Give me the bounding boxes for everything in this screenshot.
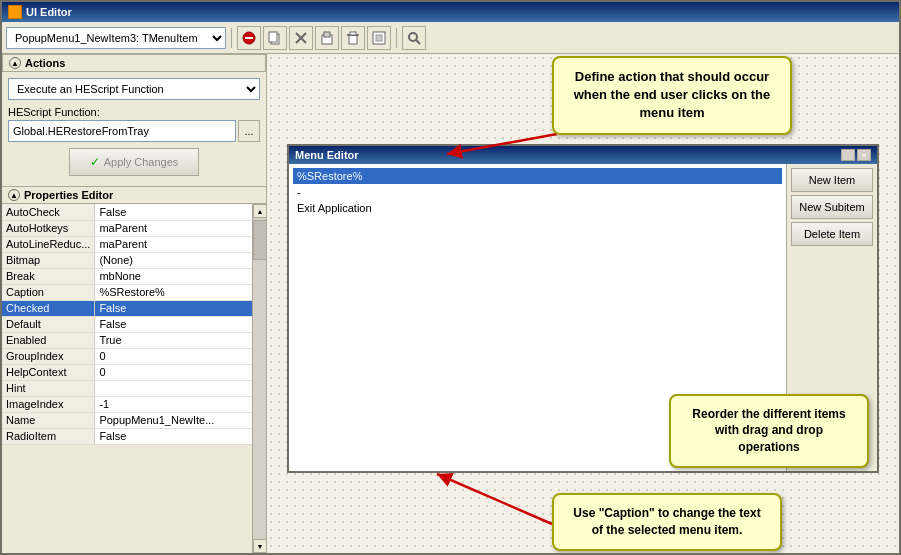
prop-value[interactable]: %SRestore% bbox=[95, 284, 266, 300]
prop-key: RadioItem bbox=[2, 428, 95, 444]
table-row[interactable]: NamePopupMenu1_NewIte... bbox=[2, 412, 266, 428]
menu-editor-win-controls: _ × bbox=[841, 149, 871, 161]
prop-key: HelpContext bbox=[2, 364, 95, 380]
prop-value[interactable]: 0 bbox=[95, 364, 266, 380]
table-row[interactable]: HelpContext0 bbox=[2, 364, 266, 380]
props-wrapper: AutoCheckFalseAutoHotkeysmaParentAutoLin… bbox=[2, 204, 266, 553]
scroll-up-btn[interactable]: ▲ bbox=[253, 204, 266, 218]
svg-line-17 bbox=[437, 474, 552, 524]
svg-rect-7 bbox=[324, 32, 330, 37]
callout-action-hint: Define action that should occur when the… bbox=[552, 56, 792, 135]
prop-key: AutoCheck bbox=[2, 204, 95, 220]
toolbar-search-btn[interactable] bbox=[402, 26, 426, 50]
toolbar-copy-btn[interactable] bbox=[263, 26, 287, 50]
app-icon bbox=[8, 5, 22, 19]
prop-value[interactable]: False bbox=[95, 428, 266, 444]
svg-rect-12 bbox=[376, 35, 382, 41]
actions-collapse-btn[interactable]: ▲ bbox=[9, 57, 21, 69]
svg-rect-8 bbox=[349, 35, 357, 44]
menu-item-entry[interactable]: %SRestore% bbox=[293, 168, 782, 184]
hescript-input[interactable] bbox=[8, 120, 236, 142]
table-row[interactable]: Caption%SRestore% bbox=[2, 284, 266, 300]
properties-table: AutoCheckFalseAutoHotkeysmaParentAutoLin… bbox=[2, 204, 266, 445]
svg-point-13 bbox=[409, 33, 417, 41]
callout-reorder-hint: Reorder the different items with drag an… bbox=[669, 394, 869, 468]
table-row[interactable]: AutoLineReduc...maParent bbox=[2, 236, 266, 252]
menu-action-btn[interactable]: Delete Item bbox=[791, 222, 873, 246]
table-row[interactable]: Bitmap(None) bbox=[2, 252, 266, 268]
prop-key: ImageIndex bbox=[2, 396, 95, 412]
svg-rect-3 bbox=[269, 32, 277, 42]
callout-caption-hint: Use "Caption" to change the text of the … bbox=[552, 493, 782, 551]
properties-section: ▲ Properties Editor AutoCheckFalseAutoHo… bbox=[2, 186, 266, 553]
menu-action-btn[interactable]: New Item bbox=[791, 168, 873, 192]
prop-value[interactable]: True bbox=[95, 332, 266, 348]
prop-value[interactable]: maParent bbox=[95, 236, 266, 252]
prop-key: AutoLineReduc... bbox=[2, 236, 95, 252]
prop-key: GroupIndex bbox=[2, 348, 95, 364]
left-panel: ▲ Actions Execute an HEScript Function H… bbox=[2, 54, 267, 553]
prop-value[interactable]: False bbox=[95, 316, 266, 332]
main-window: UI Editor PopupMenu1_NewItem3: TMenuItem bbox=[0, 0, 901, 555]
menu-item-entry[interactable]: - bbox=[293, 184, 782, 200]
action-type-dropdown[interactable]: Execute an HEScript Function bbox=[8, 78, 260, 100]
hescript-label: HEScript Function: bbox=[8, 106, 260, 118]
action-type-row: Execute an HEScript Function bbox=[8, 78, 260, 100]
apply-changes-btn[interactable]: ✓ Apply Changes bbox=[69, 148, 199, 176]
title-bar: UI Editor bbox=[2, 2, 899, 22]
toolbar-separator-1 bbox=[231, 28, 232, 48]
window-title: UI Editor bbox=[26, 6, 72, 18]
prop-key: Hint bbox=[2, 380, 95, 396]
table-row[interactable]: ImageIndex-1 bbox=[2, 396, 266, 412]
table-row[interactable]: RadioItemFalse bbox=[2, 428, 266, 444]
component-selector[interactable]: PopupMenu1_NewItem3: TMenuItem bbox=[6, 27, 226, 49]
properties-label: Properties Editor bbox=[24, 189, 113, 201]
prop-key: AutoHotkeys bbox=[2, 220, 95, 236]
prop-value[interactable]: maParent bbox=[95, 220, 266, 236]
apply-check-icon: ✓ bbox=[90, 155, 100, 169]
prop-value[interactable]: -1 bbox=[95, 396, 266, 412]
scroll-down-btn[interactable]: ▼ bbox=[253, 539, 266, 553]
hescript-browse-btn[interactable]: ... bbox=[238, 120, 260, 142]
prop-key: Enabled bbox=[2, 332, 95, 348]
table-row[interactable]: Hint bbox=[2, 380, 266, 396]
menu-action-btn[interactable]: New Subitem bbox=[791, 195, 873, 219]
table-row[interactable]: CheckedFalse bbox=[2, 300, 266, 316]
menu-editor-title-label: Menu Editor bbox=[295, 149, 359, 161]
prop-value[interactable] bbox=[95, 380, 266, 396]
toolbar-delete-btn[interactable] bbox=[341, 26, 365, 50]
menu-editor-minimize-btn[interactable]: _ bbox=[841, 149, 855, 161]
prop-key: Checked bbox=[2, 300, 95, 316]
toolbar-cut-btn[interactable] bbox=[289, 26, 313, 50]
prop-value[interactable]: 0 bbox=[95, 348, 266, 364]
table-row[interactable]: AutoCheckFalse bbox=[2, 204, 266, 220]
props-table-wrapper[interactable]: AutoCheckFalseAutoHotkeysmaParentAutoLin… bbox=[2, 204, 266, 553]
main-content: ▲ Actions Execute an HEScript Function H… bbox=[2, 54, 899, 553]
menu-item-entry[interactable]: Exit Application bbox=[293, 200, 782, 216]
prop-value[interactable]: False bbox=[95, 204, 266, 220]
prop-key: Name bbox=[2, 412, 95, 428]
toolbar-paste-btn[interactable] bbox=[315, 26, 339, 50]
actions-label: Actions bbox=[25, 57, 65, 69]
toolbar-no-btn[interactable] bbox=[237, 26, 261, 50]
table-row[interactable]: EnabledTrue bbox=[2, 332, 266, 348]
prop-value[interactable]: False bbox=[95, 300, 266, 316]
scroll-thumb[interactable] bbox=[253, 220, 266, 260]
prop-value[interactable]: mbNone bbox=[95, 268, 266, 284]
prop-key: Caption bbox=[2, 284, 95, 300]
table-row[interactable]: GroupIndex0 bbox=[2, 348, 266, 364]
svg-rect-10 bbox=[350, 32, 356, 35]
svg-line-14 bbox=[416, 40, 420, 44]
prop-value[interactable]: PopupMenu1_NewIte... bbox=[95, 412, 266, 428]
hescript-function-row: ... bbox=[8, 120, 260, 142]
table-row[interactable]: BreakmbNone bbox=[2, 268, 266, 284]
menu-editor-close-btn[interactable]: × bbox=[857, 149, 871, 161]
table-row[interactable]: DefaultFalse bbox=[2, 316, 266, 332]
table-row[interactable]: AutoHotkeysmaParent bbox=[2, 220, 266, 236]
prop-value[interactable]: (None) bbox=[95, 252, 266, 268]
toolbar-extra-btn[interactable] bbox=[367, 26, 391, 50]
properties-collapse-btn[interactable]: ▲ bbox=[8, 189, 20, 201]
toolbar: PopupMenu1_NewItem3: TMenuItem bbox=[2, 22, 899, 54]
props-scrollbar[interactable]: ▲ ▼ bbox=[252, 204, 266, 553]
prop-key: Bitmap bbox=[2, 252, 95, 268]
